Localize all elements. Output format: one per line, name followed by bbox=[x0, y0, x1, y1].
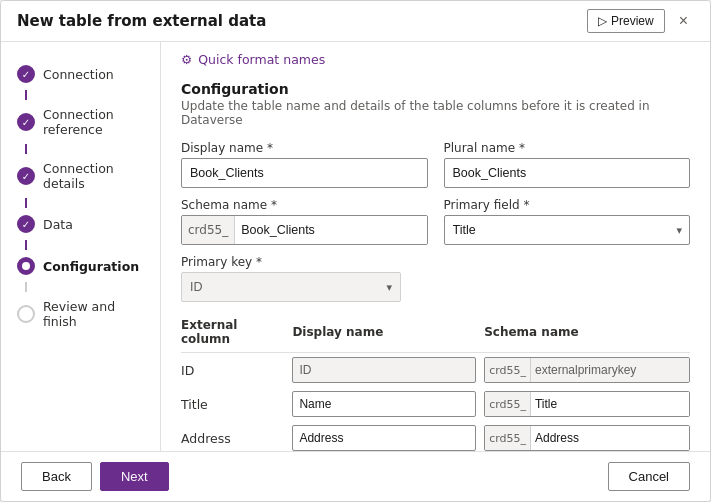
dialog: New table from external data ▷ Preview ×… bbox=[0, 0, 711, 502]
step-connector-3 bbox=[25, 198, 27, 208]
step-circle-review-finish bbox=[17, 305, 35, 323]
schema-prefix-1: crd55_ bbox=[485, 392, 531, 416]
header-right: ▷ Preview × bbox=[587, 9, 694, 33]
table-row: Titlecrd55_ bbox=[181, 387, 690, 421]
step-connector-2 bbox=[25, 144, 27, 154]
plural-name-input[interactable] bbox=[444, 158, 691, 188]
schema-name-group: Schema name crd55_ bbox=[181, 198, 428, 245]
cancel-button[interactable]: Cancel bbox=[608, 462, 690, 491]
schema-wrapper-0: crd55_ bbox=[484, 357, 690, 383]
schema-input-0 bbox=[531, 358, 689, 382]
columns-table-section: External column Display name Schema name… bbox=[181, 314, 690, 451]
step-label-connection-reference: Connection reference bbox=[43, 107, 144, 137]
footer-left: Back Next bbox=[21, 462, 169, 491]
col-header-display: Display name bbox=[292, 314, 484, 353]
primary-key-wrapper: ▾ bbox=[181, 272, 401, 302]
quick-format-icon: ⚙ bbox=[181, 52, 192, 67]
schema-wrapper-1: crd55_ bbox=[484, 391, 690, 417]
dialog-title: New table from external data bbox=[17, 12, 266, 30]
schema-name-input[interactable] bbox=[235, 216, 426, 244]
col-header-external: External column bbox=[181, 314, 292, 353]
display-name-group: Display name bbox=[181, 141, 428, 188]
schema-prefix-0: crd55_ bbox=[485, 358, 531, 382]
primary-field-group: Primary field Title ▾ bbox=[444, 198, 691, 245]
display-name-input[interactable] bbox=[181, 158, 428, 188]
sidebar-item-configuration[interactable]: Configuration bbox=[1, 250, 160, 282]
section-description: Update the table name and details of the… bbox=[181, 99, 690, 127]
schema-name-label: Schema name bbox=[181, 198, 428, 212]
sidebar-item-data[interactable]: ✓ Data bbox=[1, 208, 160, 240]
close-button[interactable]: × bbox=[673, 10, 694, 32]
preview-label: Preview bbox=[611, 14, 654, 28]
preview-button[interactable]: ▷ Preview bbox=[587, 9, 665, 33]
form-row-primary-key: Primary key ▾ bbox=[181, 255, 690, 302]
back-button[interactable]: Back bbox=[21, 462, 92, 491]
display-input-0 bbox=[292, 357, 476, 383]
step-label-data: Data bbox=[43, 217, 73, 232]
dialog-body: ✓ Connection ✓ Connection reference ✓ Co… bbox=[1, 42, 710, 451]
cell-display-2 bbox=[292, 421, 484, 451]
step-circle-connection-details: ✓ bbox=[17, 167, 35, 185]
step-label-connection: Connection bbox=[43, 67, 114, 82]
step-label-configuration: Configuration bbox=[43, 259, 139, 274]
step-connector-4 bbox=[25, 240, 27, 250]
primary-field-label: Primary field bbox=[444, 198, 691, 212]
schema-name-prefix: crd55_ bbox=[182, 216, 235, 244]
cell-external-1: Title bbox=[181, 387, 292, 421]
step-circle-data: ✓ bbox=[17, 215, 35, 233]
cell-schema-0: crd55_ bbox=[484, 353, 690, 388]
preview-icon: ▷ bbox=[598, 14, 607, 28]
primary-key-group: Primary key ▾ bbox=[181, 255, 401, 302]
step-label-review-finish: Review and finish bbox=[43, 299, 144, 329]
step-circle-configuration bbox=[17, 257, 35, 275]
cell-schema-2: crd55_ bbox=[484, 421, 690, 451]
section-title: Configuration bbox=[181, 81, 690, 97]
display-input-2[interactable] bbox=[292, 425, 476, 451]
table-row: Addresscrd55_ bbox=[181, 421, 690, 451]
plural-name-label: Plural name bbox=[444, 141, 691, 155]
cell-schema-1: crd55_ bbox=[484, 387, 690, 421]
sidebar-item-connection[interactable]: ✓ Connection bbox=[1, 58, 160, 90]
columns-table: External column Display name Schema name… bbox=[181, 314, 690, 451]
schema-prefix-2: crd55_ bbox=[485, 426, 531, 450]
quick-format-label: Quick format names bbox=[198, 52, 325, 67]
step-circle-connection-reference: ✓ bbox=[17, 113, 35, 131]
step-label-connection-details: Connection details bbox=[43, 161, 144, 191]
form-row-names: Display name Plural name bbox=[181, 141, 690, 188]
cell-display-1 bbox=[292, 387, 484, 421]
dialog-header: New table from external data ▷ Preview × bbox=[1, 1, 710, 42]
sidebar-item-review-finish[interactable]: Review and finish bbox=[1, 292, 160, 336]
sidebar-item-connection-reference[interactable]: ✓ Connection reference bbox=[1, 100, 160, 144]
cell-external-2: Address bbox=[181, 421, 292, 451]
primary-key-label: Primary key bbox=[181, 255, 401, 269]
schema-name-wrapper: crd55_ bbox=[181, 215, 428, 245]
main-content: ⚙ Quick format names Configuration Updat… bbox=[161, 42, 710, 451]
display-name-label: Display name bbox=[181, 141, 428, 155]
schema-wrapper-2: crd55_ bbox=[484, 425, 690, 451]
col-header-schema: Schema name bbox=[484, 314, 690, 353]
primary-key-input bbox=[182, 273, 378, 301]
dialog-footer: Back Next Cancel bbox=[1, 451, 710, 501]
quick-format-row[interactable]: ⚙ Quick format names bbox=[181, 52, 690, 67]
step-circle-connection: ✓ bbox=[17, 65, 35, 83]
primary-key-chevron: ▾ bbox=[378, 281, 400, 294]
cell-external-0: ID bbox=[181, 353, 292, 388]
cell-display-0 bbox=[292, 353, 484, 388]
plural-name-group: Plural name bbox=[444, 141, 691, 188]
primary-field-select[interactable]: Title bbox=[444, 215, 691, 245]
table-row: IDcrd55_ bbox=[181, 353, 690, 388]
display-input-1[interactable] bbox=[292, 391, 476, 417]
step-connector-5 bbox=[25, 282, 27, 292]
next-button[interactable]: Next bbox=[100, 462, 169, 491]
step-connector-1 bbox=[25, 90, 27, 100]
sidebar-item-connection-details[interactable]: ✓ Connection details bbox=[1, 154, 160, 198]
schema-input-2[interactable] bbox=[531, 426, 689, 450]
form-row-schema-primary: Schema name crd55_ Primary field Title ▾ bbox=[181, 198, 690, 245]
sidebar: ✓ Connection ✓ Connection reference ✓ Co… bbox=[1, 42, 161, 451]
schema-input-1[interactable] bbox=[531, 392, 689, 416]
primary-field-select-wrapper: Title ▾ bbox=[444, 215, 691, 245]
